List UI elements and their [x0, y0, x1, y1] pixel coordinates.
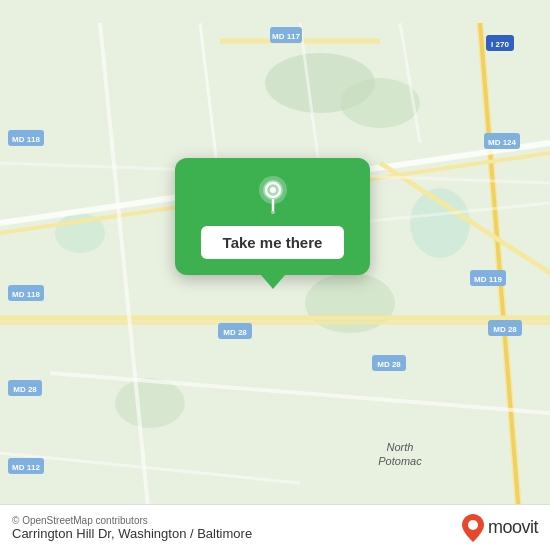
moovit-text: moovit	[488, 517, 538, 538]
location-label: Carrington Hill Dr, Washington / Baltimo…	[12, 526, 252, 541]
bottom-info: © OpenStreetMap contributors Carrington …	[12, 515, 252, 541]
svg-text:MD 118: MD 118	[12, 135, 41, 144]
svg-text:MD 112: MD 112	[12, 463, 41, 472]
map-container: MD 117 I 270 MD 118 MD 119 MD 124 MD 119…	[0, 0, 550, 550]
svg-point-55	[468, 520, 478, 530]
popup-card: Take me there	[175, 158, 370, 275]
svg-text:MD 118: MD 118	[12, 290, 41, 299]
svg-text:MD 28: MD 28	[493, 325, 517, 334]
svg-text:MD 28: MD 28	[377, 360, 401, 369]
svg-point-5	[115, 378, 185, 428]
svg-text:MD 117: MD 117	[272, 32, 301, 41]
svg-text:MD 28: MD 28	[223, 328, 247, 337]
svg-text:I 270: I 270	[491, 40, 509, 49]
bottom-bar: © OpenStreetMap contributors Carrington …	[0, 504, 550, 550]
svg-text:North: North	[387, 441, 414, 453]
map-attribution: © OpenStreetMap contributors	[12, 515, 252, 526]
svg-text:MD 124: MD 124	[488, 138, 517, 147]
svg-point-3	[410, 188, 470, 258]
svg-text:MD 28: MD 28	[13, 385, 37, 394]
svg-point-2	[340, 78, 420, 128]
svg-text:Potomac: Potomac	[378, 455, 422, 467]
moovit-logo: moovit	[462, 514, 538, 542]
location-pin-icon	[251, 172, 295, 216]
moovit-pin-icon	[462, 514, 484, 542]
svg-point-54	[271, 210, 275, 214]
svg-point-52	[270, 187, 276, 193]
svg-text:MD 119: MD 119	[474, 275, 503, 284]
take-me-there-button[interactable]: Take me there	[201, 226, 345, 259]
